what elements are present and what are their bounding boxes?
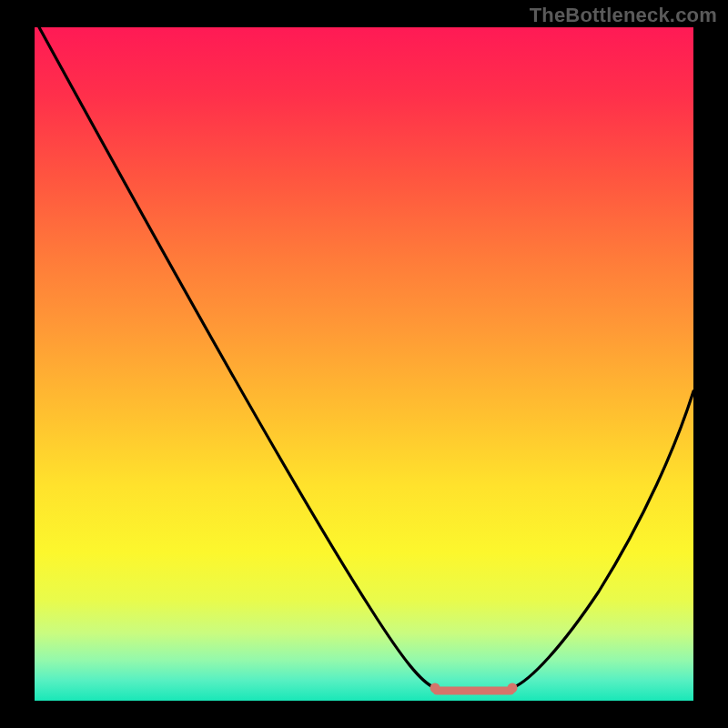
bottleneck-curve-path [39,27,693,692]
watermark-text: TheBottleneck.com [530,4,717,27]
chart-frame: TheBottleneck.com [0,0,728,728]
optimal-band-right-dot [508,683,518,693]
optimal-band-left-dot [430,683,440,693]
plot-area [35,27,693,701]
bottleneck-curve-layer [35,27,693,701]
